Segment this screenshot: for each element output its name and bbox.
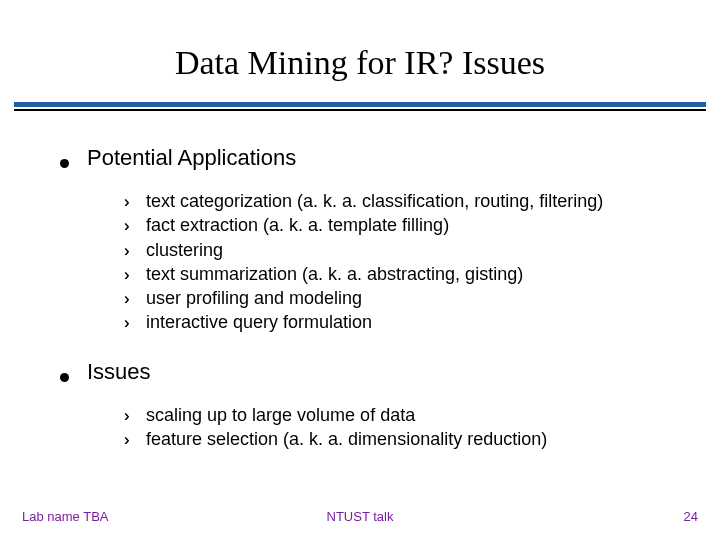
slide-body: Potential Applications ›› text categoriz… — [0, 145, 720, 451]
list-item-text: text categorization (a. k. a. classifica… — [146, 189, 603, 213]
chevron-bullet-icon: ›› — [124, 240, 146, 262]
list-item-text: feature selection (a. k. a. dimensionali… — [146, 427, 547, 451]
list-item: ›› scaling up to large volume of data — [124, 403, 700, 427]
list-item: ›› feature selection (a. k. a. dimension… — [124, 427, 700, 451]
list-item: ›› clustering — [124, 238, 700, 262]
list-item-text: clustering — [146, 238, 223, 262]
section-items: ›› text categorization (a. k. a. classif… — [60, 189, 700, 335]
bullet-dot-icon — [60, 159, 69, 168]
list-item-text: scaling up to large volume of data — [146, 403, 415, 427]
list-item-text: text summarization (a. k. a. abstracting… — [146, 262, 523, 286]
list-item-text: user profiling and modeling — [146, 286, 362, 310]
slide-footer: Lab name TBA NTUST talk 24 — [0, 509, 720, 524]
chevron-bullet-icon: ›› — [124, 405, 146, 427]
slide: Data Mining for IR? Issues Potential App… — [0, 0, 720, 540]
list-item: ›› text summarization (a. k. a. abstract… — [124, 262, 700, 286]
section-heading: Potential Applications — [60, 145, 700, 171]
list-item-text: fact extraction (a. k. a. template filli… — [146, 213, 449, 237]
chevron-bullet-icon: ›› — [124, 191, 146, 213]
section-items: ›› scaling up to large volume of data ››… — [60, 403, 700, 452]
chevron-bullet-icon: ›› — [124, 215, 146, 237]
footer-center: NTUST talk — [327, 509, 394, 524]
list-item: ›› text categorization (a. k. a. classif… — [124, 189, 700, 213]
slide-title: Data Mining for IR? Issues — [0, 0, 720, 102]
chevron-bullet-icon: ›› — [124, 288, 146, 310]
footer-left: Lab name TBA — [22, 509, 108, 524]
bullet-dot-icon — [60, 373, 69, 382]
list-item-text: interactive query formulation — [146, 310, 372, 334]
list-item: ›› user profiling and modeling — [124, 286, 700, 310]
title-divider — [14, 102, 706, 111]
section-heading-text: Issues — [87, 359, 151, 385]
section-heading-text: Potential Applications — [87, 145, 296, 171]
list-item: ›› interactive query formulation — [124, 310, 700, 334]
footer-page-number: 24 — [684, 509, 698, 524]
chevron-bullet-icon: ›› — [124, 429, 146, 451]
chevron-bullet-icon: ›› — [124, 312, 146, 334]
list-item: ›› fact extraction (a. k. a. template fi… — [124, 213, 700, 237]
section-heading: Issues — [60, 359, 700, 385]
chevron-bullet-icon: ›› — [124, 264, 146, 286]
